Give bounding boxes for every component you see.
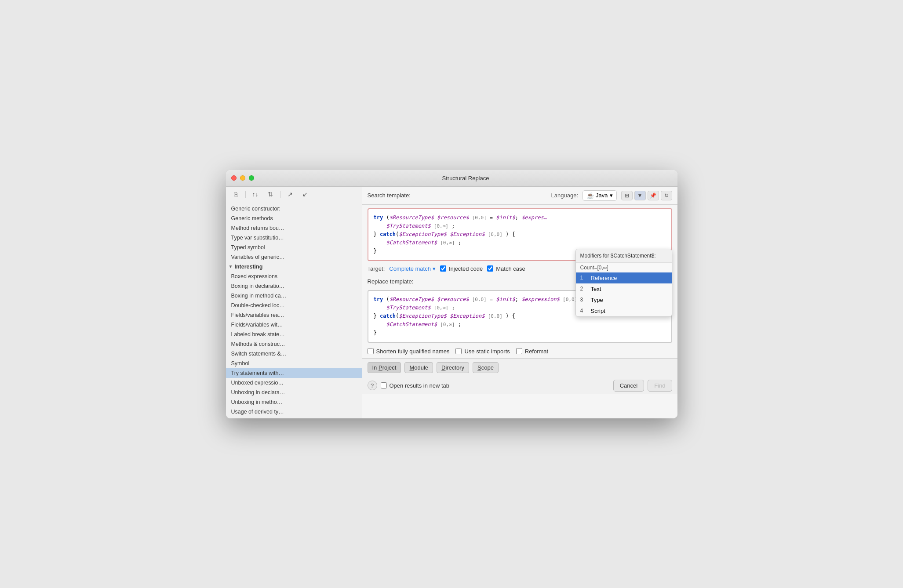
match-case-label: Match case bbox=[496, 265, 525, 272]
sidebar-item-methods-construct[interactable]: Methods & construc… bbox=[226, 339, 362, 349]
cancel-button[interactable]: Cancel bbox=[613, 380, 644, 392]
title-bar: Structural Replace bbox=[226, 170, 677, 187]
history-button[interactable]: ⎘ bbox=[229, 189, 242, 199]
modifier-name-reference: Reference bbox=[591, 275, 617, 281]
sidebar-item-variables-generic[interactable]: Variables of generic… bbox=[226, 252, 362, 262]
sidebar-item-double-checked[interactable]: Double-checked loc… bbox=[226, 301, 362, 310]
search-template-label: Search template: bbox=[368, 192, 411, 199]
modifier-num: 2 bbox=[580, 286, 587, 292]
modifier-name-type: Type bbox=[591, 297, 603, 303]
modifier-item-script[interactable]: 4 Script bbox=[576, 305, 672, 316]
shorten-names-label: Shorten fully qualified names bbox=[376, 348, 450, 355]
sort-alpha-button[interactable]: ↑↓ bbox=[249, 189, 262, 199]
sidebar-item-fields-with[interactable]: Fields/variables wit… bbox=[226, 320, 362, 330]
modifier-num: 1 bbox=[580, 275, 587, 281]
language-label: Language: bbox=[551, 192, 578, 199]
content-area: Search template: Language: ☕ Java ▾ ⊞ ▼ … bbox=[362, 187, 677, 418]
open-results-row: Open results in new tab bbox=[381, 382, 450, 389]
modifier-item-reference[interactable]: 1 Reference bbox=[576, 272, 672, 283]
reformat-label: Reformat bbox=[525, 348, 548, 355]
filter-btn[interactable]: ▼ bbox=[634, 191, 646, 200]
replace-code-line4: $CatchStatement$ [0,∞] ; bbox=[374, 320, 666, 329]
sidebar-item-generic-constructor[interactable]: Generic constructor: bbox=[226, 204, 362, 214]
toolbar-separator-2 bbox=[280, 191, 280, 198]
sidebar-item-typed-symbol[interactable]: Typed symbol bbox=[226, 243, 362, 252]
sidebar-item-boxing-method[interactable]: Boxing in method ca… bbox=[226, 291, 362, 301]
minimize-button[interactable] bbox=[240, 175, 245, 181]
sidebar-section-label: Interesting bbox=[234, 264, 262, 270]
sidebar-item-boxed-expressions[interactable]: Boxed expressions bbox=[226, 272, 362, 281]
scope-in-project-btn[interactable]: In Project bbox=[368, 362, 401, 373]
toolbar-separator bbox=[245, 191, 246, 198]
chevron-down-icon: ▾ bbox=[433, 265, 436, 272]
chevron-down-icon: ▾ bbox=[610, 192, 613, 199]
injected-code-checkbox-row: Injected code bbox=[440, 265, 483, 272]
import-button[interactable]: ↙ bbox=[299, 189, 311, 199]
match-case-checkbox[interactable] bbox=[487, 265, 493, 272]
reformat-checkbox[interactable] bbox=[516, 348, 522, 354]
match-case-checkbox-row: Match case bbox=[487, 265, 525, 272]
sidebar-item-method-returns[interactable]: Method returns bou… bbox=[226, 223, 362, 233]
maximize-button[interactable] bbox=[249, 175, 254, 181]
bottom-left: ? Open results in new tab bbox=[368, 381, 610, 390]
sidebar-item-unboxed-expressions[interactable]: Unboxed expressio… bbox=[226, 378, 362, 388]
search-code-line1: try ($ResourceType$ $resource$ [0,0] = $… bbox=[374, 214, 666, 222]
close-button[interactable] bbox=[231, 175, 237, 181]
refresh-btn[interactable]: ↻ bbox=[661, 191, 672, 200]
injected-code-label: Injected code bbox=[449, 265, 483, 272]
open-results-label: Open results in new tab bbox=[390, 382, 450, 389]
target-dropdown[interactable]: Complete match ▾ bbox=[389, 265, 436, 272]
sidebar-item-boxing-declaration[interactable]: Boxing in declaratio… bbox=[226, 281, 362, 291]
header-actions: ⊞ ▼ 📌 ↻ bbox=[621, 191, 672, 200]
sidebar-item-switch-statements[interactable]: Switch statements &… bbox=[226, 349, 362, 359]
modifier-list: 1 Reference 2 Text 3 Type 4 bbox=[576, 272, 672, 316]
modifier-num: 3 bbox=[580, 297, 587, 303]
sidebar-list: Generic constructor: Generic methods Met… bbox=[226, 202, 362, 418]
injected-code-checkbox[interactable] bbox=[440, 265, 446, 272]
target-label: Target: bbox=[368, 265, 385, 272]
static-imports-row: Use static imports bbox=[455, 348, 510, 355]
bottom-right: Cancel Find bbox=[613, 380, 672, 392]
options-row: Shorten fully qualified names Use static… bbox=[362, 345, 677, 358]
search-code-line3: } catch($ExceptionType$ $Exception$ [0,0… bbox=[374, 230, 666, 239]
shorten-names-checkbox[interactable] bbox=[368, 348, 374, 354]
sidebar-section-interesting[interactable]: ▼ Interesting bbox=[226, 262, 362, 272]
sidebar-item-symbol[interactable]: Symbol bbox=[226, 359, 362, 368]
sidebar-item-unboxing-method[interactable]: Unboxing in metho… bbox=[226, 397, 362, 407]
sidebar-item-type-var[interactable]: Type var substitutio… bbox=[226, 233, 362, 243]
modifier-panel: Modifiers for $CatchStatement$: Count=[0… bbox=[575, 249, 672, 317]
sidebar-item-try-statements[interactable]: Try statements with… bbox=[226, 368, 362, 378]
open-results-checkbox[interactable] bbox=[381, 382, 387, 388]
toggle-btn-1[interactable]: ⊞ bbox=[621, 191, 633, 200]
search-code-line4: $CatchStatement$ [0,∞] ; bbox=[374, 239, 666, 247]
sidebar-item-usage-derived[interactable]: Usage of derived ty… bbox=[226, 407, 362, 417]
scope-module-btn[interactable]: Module bbox=[404, 362, 433, 373]
pin-btn[interactable]: 📌 bbox=[648, 191, 659, 200]
search-code-line2: $TryStatement$ [0,∞] ; bbox=[374, 222, 666, 230]
export-button[interactable]: ↗ bbox=[284, 189, 296, 199]
java-icon: ☕ bbox=[586, 192, 594, 199]
modifier-count: Count=[0,∞] bbox=[576, 263, 672, 272]
scope-directory-btn[interactable]: Directory bbox=[437, 362, 469, 373]
content-wrapper: try ($ResourceType$ $resource$ [0,0] = $… bbox=[362, 205, 677, 418]
sidebar-item-labeled-break[interactable]: Labeled break state… bbox=[226, 330, 362, 339]
modifier-num: 4 bbox=[580, 308, 587, 314]
modifier-item-text[interactable]: 2 Text bbox=[576, 283, 672, 294]
sidebar-item-unboxing-declaration[interactable]: Unboxing in declara… bbox=[226, 388, 362, 397]
sidebar-item-generic-methods[interactable]: Generic methods bbox=[226, 214, 362, 223]
scope-scope-btn[interactable]: Scope bbox=[473, 362, 499, 373]
language-dropdown[interactable]: ☕ Java ▾ bbox=[583, 190, 616, 201]
main-window: Structural Replace ⎘ ↑↓ ⇅ ↗ ↙ Generic co… bbox=[226, 170, 677, 418]
bottom-bar: ? Open results in new tab Cancel Find bbox=[362, 376, 677, 394]
sidebar: ⎘ ↑↓ ⇅ ↗ ↙ Generic constructor: Generic … bbox=[226, 187, 362, 418]
help-button[interactable]: ? bbox=[368, 381, 377, 390]
chevron-down-icon: ▼ bbox=[229, 264, 233, 269]
static-imports-checkbox[interactable] bbox=[455, 348, 462, 354]
modifier-item-type[interactable]: 3 Type bbox=[576, 294, 672, 305]
find-button[interactable]: Find bbox=[648, 380, 672, 392]
target-value: Complete match bbox=[389, 265, 431, 272]
sidebar-toolbar: ⎘ ↑↓ ⇅ ↗ ↙ bbox=[226, 187, 362, 202]
window-title: Structural Replace bbox=[259, 175, 672, 181]
sidebar-item-fields-read[interactable]: Fields/variables rea… bbox=[226, 310, 362, 320]
sort-button[interactable]: ⇅ bbox=[264, 189, 277, 199]
